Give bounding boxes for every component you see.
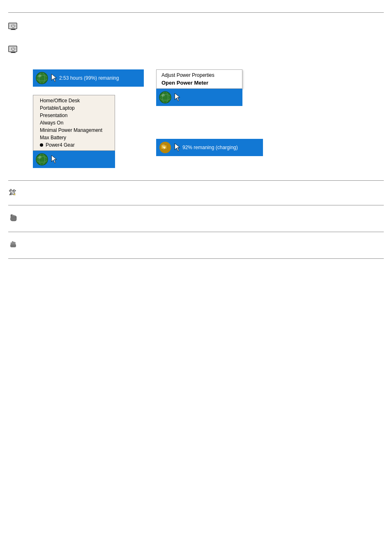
top-divider: [8, 12, 384, 13]
cursor-arrow-1: [51, 74, 58, 82]
svg-marker-27: [175, 93, 180, 101]
divider-bottom-4: [8, 258, 384, 259]
charging-globe-svg: [159, 141, 172, 154]
panel3-wrapper: Home/Office Desk Portable/Laptop Present…: [33, 95, 144, 168]
menu-item-minimal-power[interactable]: Minimal Power Management: [33, 127, 115, 134]
monitor-icon-2: [8, 46, 18, 53]
cursor-arrow-2: [174, 93, 181, 101]
bullet-indicator: [40, 143, 43, 147]
divider-bottom-2: [8, 205, 384, 205]
charging-icon: [159, 141, 172, 154]
menu-item-max-battery[interactable]: Max Battery: [33, 134, 115, 141]
divider-bottom-3: [8, 232, 384, 232]
svg-marker-33: [175, 143, 180, 151]
hand-svg-2: [8, 240, 18, 249]
section-1: [8, 19, 384, 34]
battery-taskbar-3: [33, 151, 115, 168]
section-1-icon: [8, 22, 21, 32]
svg-marker-21: [51, 155, 56, 163]
pencil-icon: [8, 188, 21, 198]
right-column: Adjust Power Properties Open Power Meter: [156, 69, 263, 156]
battery-icon-3: [35, 153, 48, 166]
charging-tooltip-panel: 92% remaning (charging): [156, 139, 263, 156]
power-menu[interactable]: Adjust Power Properties Open Power Meter: [156, 69, 242, 89]
page-container: 2:53 hours (99%) remaning Home/Office De…: [0, 0, 392, 555]
cursor-arrow-4: [174, 143, 181, 152]
monitor-icon: [8, 23, 18, 30]
pencil-svg: [8, 188, 16, 196]
panel4-wrapper: 92% remaning (charging): [156, 139, 263, 156]
menu-item-presentation[interactable]: Presentation: [33, 112, 115, 119]
charging-tooltip-label: 92% remaning (charging): [182, 145, 238, 150]
hand-icon-2: [8, 240, 21, 252]
section-2-icon: [8, 45, 21, 55]
cursor-arrow-3: [51, 155, 58, 164]
bottom-sections: [8, 180, 384, 259]
section-info-2: [8, 237, 384, 253]
globe-battery-svg-2: [159, 91, 172, 104]
power-scheme-menu[interactable]: Home/Office Desk Portable/Laptop Present…: [33, 95, 115, 151]
svg-marker-15: [51, 74, 56, 82]
battery-taskbar-2: [156, 89, 242, 106]
section-info-1: [8, 210, 384, 227]
menu-item-home-office[interactable]: Home/Office Desk: [33, 97, 115, 104]
section-pencil: [8, 186, 384, 200]
globe-battery-svg: [35, 71, 48, 85]
menu-adjust-power[interactable]: Adjust Power Properties: [160, 71, 239, 79]
hand-svg-1: [8, 213, 18, 223]
menu-open-power-meter[interactable]: Open Power Meter: [160, 79, 239, 87]
left-column: 2:53 hours (99%) remaning Home/Office De…: [33, 69, 144, 168]
hand-icon-1: [8, 213, 21, 225]
panel2-wrapper: Adjust Power Properties Open Power Meter: [156, 69, 263, 106]
section-2: [8, 42, 384, 57]
menu-item-portable[interactable]: Portable/Laptop: [33, 104, 115, 112]
menu-item-always-on[interactable]: Always On: [33, 119, 115, 127]
battery-icon-1: [35, 71, 48, 85]
battery-tooltip-panel: 2:53 hours (99%) remaning: [33, 69, 144, 87]
menu-item-power4gear[interactable]: Power4 Gear: [33, 141, 115, 149]
panel1-wrapper: 2:53 hours (99%) remaning: [33, 69, 144, 87]
battery-icon-2: [159, 91, 172, 104]
divider-bottom-1: [8, 180, 384, 181]
battery-tooltip-label: 2:53 hours (99%) remaning: [59, 75, 119, 81]
illustrations-area: 2:53 hours (99%) remaning Home/Office De…: [33, 69, 376, 168]
globe-battery-svg-3: [35, 153, 48, 166]
